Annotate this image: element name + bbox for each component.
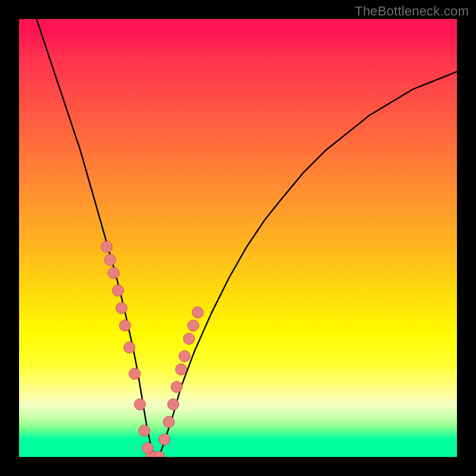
scatter-point [101,241,112,252]
scatter-points [101,241,203,457]
plot-area [19,19,457,457]
chart-stage: TheBottleneck.com [0,0,476,476]
scatter-point [183,333,195,345]
scatter-point [159,434,170,445]
scatter-point [176,364,187,375]
scatter-point [112,285,124,296]
scatter-point [192,307,203,318]
scatter-point [163,416,174,428]
bottleneck-curve [36,19,457,457]
scatter-point [134,399,146,410]
scatter-point [108,267,119,278]
scatter-point [179,350,190,362]
scatter-point [129,368,140,380]
watermark-text: TheBottleneck.com [355,4,469,19]
scatter-point [187,320,199,331]
scatter-point [105,254,116,265]
scatter-point [120,320,131,331]
scatter-point [116,302,127,314]
scatter-point [171,381,182,393]
scatter-point [139,425,150,436]
scatter-point [124,342,135,353]
plot-svg [19,19,457,457]
scatter-point [168,399,179,410]
